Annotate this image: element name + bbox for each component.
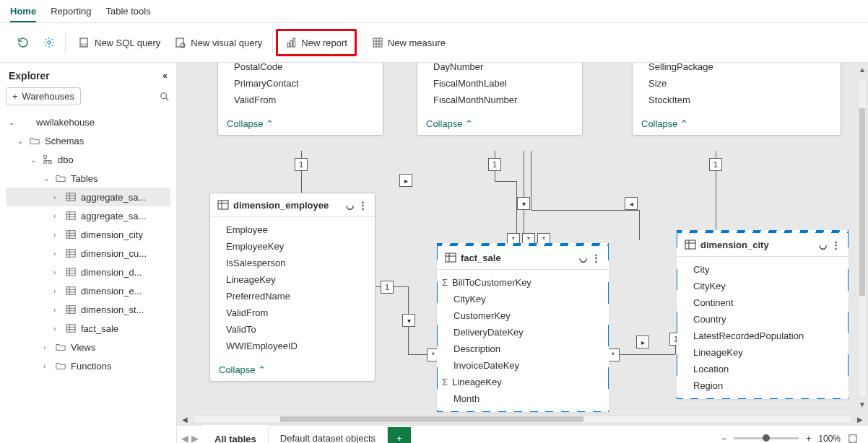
field[interactable]: FiscalMonthNumber	[417, 92, 582, 108]
nav-next-icon[interactable]: ▶	[191, 433, 199, 443]
tree-views[interactable]: ›Views	[6, 338, 170, 356]
field[interactable]: CustomerKey	[438, 307, 608, 324]
tab-default-objects[interactable]: Default dataset objects	[269, 427, 388, 443]
zoom-out-icon[interactable]: −	[721, 434, 726, 444]
table-icon	[65, 191, 77, 203]
field[interactable]: LineageKey	[438, 374, 608, 390]
refresh-button[interactable]	[12, 32, 35, 53]
vertical-scrollbar[interactable]: ▲ ▼	[856, 63, 868, 413]
nav-prev-icon[interactable]: ◀	[181, 433, 188, 443]
field[interactable]: LatestRecordedPopulation	[677, 328, 848, 344]
zoom-in-icon[interactable]: +	[806, 434, 811, 444]
field[interactable]: StockItem	[633, 92, 841, 108]
collapse-panel-icon[interactable]: «	[162, 71, 168, 81]
field[interactable]: IsSalesperson	[210, 255, 375, 271]
ribbon-tabs: Home Reporting Table tools	[0, 0, 868, 23]
field[interactable]: PrimaryContact	[218, 75, 383, 92]
field[interactable]: Country	[677, 311, 848, 328]
field[interactable]: InvoiceDateKey	[438, 357, 608, 374]
table-row[interactable]: ›dimension_cu...	[6, 244, 170, 263]
field[interactable]: SellingPackage	[633, 63, 841, 75]
add-warehouse-button[interactable]: + Warehouses	[6, 87, 81, 105]
table-row[interactable]: ›aggregate_sa...	[6, 206, 170, 225]
fit-screen-icon[interactable]	[848, 434, 858, 444]
field[interactable]: Month	[438, 390, 608, 407]
field[interactable]: BillToCustomerKey	[438, 274, 608, 291]
more-icon[interactable]: ⋮	[358, 200, 368, 211]
field[interactable]: CityKey	[677, 278, 848, 294]
tab-home[interactable]: Home	[10, 3, 36, 22]
tree-tables[interactable]: ⌄Tables	[6, 169, 170, 188]
tab-tabletools[interactable]: Table tools	[106, 3, 151, 22]
table-row[interactable]: ›dimension_city	[6, 225, 170, 244]
new-sql-query-button[interactable]: SQL New SQL query	[73, 32, 166, 53]
new-measure-button[interactable]: New measure	[366, 32, 451, 53]
field[interactable]: LineageKey	[677, 344, 848, 361]
scroll-left-icon[interactable]: ◀	[180, 416, 190, 424]
table-card[interactable]: Day DayNumber FiscalMonthLabel FiscalMon…	[417, 63, 583, 136]
field[interactable]: PreferredName	[210, 288, 375, 304]
visibility-icon[interactable]: ◡	[819, 240, 827, 250]
tree-dbo[interactable]: ⌄dbo	[6, 150, 170, 169]
field[interactable]: CityKey	[438, 291, 608, 307]
collapse-button[interactable]: Collapse ⌃	[417, 113, 582, 135]
field[interactable]: LineageKey	[210, 271, 375, 288]
svg-rect-6	[290, 40, 292, 47]
zoom-slider[interactable]	[734, 437, 799, 439]
visibility-icon[interactable]: ◡	[346, 200, 354, 211]
horizontal-scrollbar[interactable]: ◀ ▶	[177, 413, 868, 425]
field[interactable]: PostalCode	[218, 63, 383, 75]
field[interactable]: Description	[438, 341, 608, 357]
collapse-button[interactable]: Collapse ⌃	[633, 113, 841, 135]
tree-functions[interactable]: ›Functions	[6, 356, 170, 375]
field[interactable]: ValidFrom	[218, 92, 383, 108]
field[interactable]: Region	[677, 377, 848, 394]
table-card-city[interactable]: dimension_city ◡ ⋮ City CityKey Continen…	[677, 230, 849, 399]
field[interactable]: City	[677, 261, 848, 278]
more-icon[interactable]: ⋮	[831, 240, 841, 250]
field[interactable]: Continent	[677, 294, 848, 311]
settings-button[interactable]	[38, 32, 61, 53]
field[interactable]: DayNumber	[417, 63, 582, 75]
scroll-right-icon[interactable]: ▶	[855, 416, 865, 424]
new-visual-query-button[interactable]: New visual query	[169, 32, 268, 53]
table-card-factsale[interactable]: fact_sale ◡ ⋮ BillToCustomerKey CityKey …	[437, 243, 609, 412]
tab-reporting[interactable]: Reporting	[51, 3, 91, 22]
warehouses-label: Warehouses	[22, 91, 75, 102]
collapse-button[interactable]: Collapse ⌃	[218, 113, 383, 135]
search-icon[interactable]	[159, 91, 170, 102]
tab-all-tables[interactable]: All tables	[203, 426, 269, 443]
field[interactable]: FiscalMonthLabel	[417, 75, 582, 92]
svg-rect-17	[49, 161, 52, 164]
collapse-button[interactable]: Collapse ⌃	[210, 359, 375, 381]
field[interactable]: WWIEmployeeID	[210, 338, 375, 354]
field[interactable]: Location	[677, 361, 848, 377]
model-canvas[interactable]: 1 1 1 ▸ ▾ ◂ ▾ ▸ * * * 1 * * 1 LineageKey…	[177, 63, 868, 443]
tree-root[interactable]: ⌄wwilakehouse	[6, 113, 170, 131]
field[interactable]: Employee	[210, 222, 375, 238]
svg-point-13	[161, 92, 167, 98]
scroll-down-icon[interactable]: ▼	[859, 400, 866, 411]
field[interactable]: EmployeeKey	[210, 238, 375, 255]
zoom-control[interactable]: − + 100%	[721, 434, 868, 444]
field[interactable]: Size	[633, 75, 841, 92]
table-card-employee[interactable]: dimension_employee ◡ ⋮ Employee Employee…	[209, 193, 376, 382]
table-row[interactable]: ›dimension_st...	[6, 300, 170, 319]
table-row[interactable]: ›aggregate_sa...	[6, 188, 170, 206]
table-row[interactable]: ›dimension_d...	[6, 263, 170, 281]
tree-schemas[interactable]: ⌄Schemas	[6, 131, 170, 150]
table-row[interactable]: ›fact_sale	[6, 319, 170, 338]
scroll-up-icon[interactable]: ▲	[859, 66, 866, 76]
field[interactable]: DeliveryDateKey	[438, 324, 608, 341]
more-icon[interactable]: ⋮	[591, 253, 601, 263]
field[interactable]: ValidTo	[210, 321, 375, 338]
new-report-button[interactable]: New report	[279, 32, 353, 53]
table-row[interactable]: ›dimension_e...	[6, 281, 170, 300]
table-card[interactable]: RecommendedRetailPrice SellingPackage Si…	[632, 63, 841, 136]
table-card[interactable]: LineageKey PostalCode PrimaryContact Val…	[217, 63, 383, 136]
table-icon	[445, 252, 456, 263]
field[interactable]: ValidFrom	[210, 304, 375, 321]
svg-rect-3	[176, 38, 183, 47]
add-tab-button[interactable]: +	[388, 427, 411, 443]
visibility-icon[interactable]: ◡	[579, 253, 587, 263]
